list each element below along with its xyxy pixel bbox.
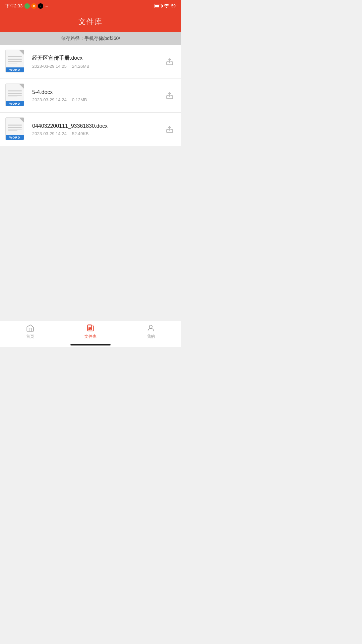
- nav-label-files: 文件库: [84, 334, 97, 339]
- file-name: 经开区宣传手册.docx: [32, 55, 164, 62]
- status-left: 下午2:33 M ♪ ···: [5, 3, 48, 9]
- share-button[interactable]: [164, 56, 176, 68]
- nav-label-home: 首页: [26, 334, 34, 339]
- battery-level: 59: [171, 4, 176, 8]
- nav-item-profile[interactable]: 我的: [121, 321, 181, 342]
- doc-lines: [8, 56, 22, 63]
- list-item[interactable]: WORD 044032200111_93361830.docx 2023-03-…: [0, 113, 181, 146]
- wifi-icon: [164, 3, 169, 9]
- nav-item-home[interactable]: 首页: [0, 321, 60, 342]
- file-icon-wrap: WORD: [5, 84, 27, 108]
- status-right: 59: [155, 3, 176, 9]
- storage-path-text: 储存路径：手机存储/pdf360/: [61, 36, 120, 41]
- word-doc-icon: WORD: [5, 117, 24, 140]
- green-dot-icon: [24, 3, 30, 9]
- battery-icon: [155, 4, 162, 8]
- dots-icon: ···: [45, 4, 48, 8]
- status-time: 下午2:33: [5, 3, 22, 9]
- file-date: 2023-03-29 14:25: [32, 64, 67, 69]
- nav-item-files[interactable]: 文件库: [60, 321, 121, 342]
- doc-lines: [8, 124, 22, 131]
- share-icon: [166, 125, 174, 133]
- file-meta: 2023-03-29 14:25 24.26MB: [32, 64, 164, 69]
- word-doc-icon: WORD: [5, 50, 24, 72]
- bottom-nav: 首页 文件库 我的: [0, 321, 181, 342]
- home-indicator: [0, 342, 181, 347]
- storage-path-bar: 储存路径：手机存储/pdf360/: [0, 32, 181, 45]
- doc-corner: [19, 84, 24, 89]
- file-icon-wrap: WORD: [5, 50, 27, 74]
- share-button[interactable]: [164, 123, 176, 136]
- word-badge: WORD: [6, 135, 24, 140]
- file-list: WORD 经开区宣传手册.docx 2023-03-29 14:25 24.26…: [0, 45, 181, 146]
- share-icon: [166, 92, 174, 100]
- file-date: 2023-03-29 14:24: [32, 97, 67, 102]
- home-indicator-bar: [70, 344, 111, 345]
- app-header: 文件库: [0, 12, 181, 32]
- profile-icon: [146, 324, 155, 332]
- status-app-icons: M ♪ ···: [24, 3, 48, 9]
- doc-lines: [8, 90, 22, 97]
- word-badge: WORD: [6, 101, 24, 106]
- file-name: 044032200111_93361830.docx: [32, 123, 164, 129]
- empty-area: [0, 146, 181, 321]
- tiktok-icon: ♪: [38, 3, 43, 9]
- word-doc-icon: WORD: [5, 84, 24, 106]
- file-icon-wrap: WORD: [5, 117, 27, 142]
- file-info: 经开区宣传手册.docx 2023-03-29 14:25 24.26MB: [32, 55, 164, 69]
- file-info: 044032200111_93361830.docx 2023-03-29 14…: [32, 123, 164, 136]
- file-size: 24.26MB: [72, 64, 89, 69]
- doc-corner: [19, 118, 24, 122]
- file-name: 5-4.docx: [32, 89, 164, 95]
- share-button[interactable]: [164, 90, 176, 102]
- file-info: 5-4.docx 2023-03-29 14:24 0.12MB: [32, 89, 164, 102]
- file-size: 52.49KB: [72, 131, 89, 136]
- svg-point-4: [149, 325, 153, 328]
- list-item[interactable]: WORD 5-4.docx 2023-03-29 14:24 0.12MB: [0, 79, 181, 113]
- file-meta: 2023-03-29 14:24 52.49KB: [32, 131, 164, 136]
- page-title: 文件库: [0, 17, 181, 27]
- file-size: 0.12MB: [72, 97, 87, 102]
- doc-corner: [19, 50, 24, 55]
- nav-label-profile: 我的: [147, 334, 155, 339]
- word-badge: WORD: [6, 67, 24, 72]
- mi-icon: M: [31, 3, 37, 9]
- status-bar: 下午2:33 M ♪ ··· 59: [0, 0, 181, 12]
- files-icon: [86, 324, 95, 332]
- home-icon: [26, 324, 35, 332]
- share-icon: [166, 58, 174, 66]
- file-meta: 2023-03-29 14:24 0.12MB: [32, 97, 164, 102]
- file-date: 2023-03-29 14:24: [32, 131, 67, 136]
- list-item[interactable]: WORD 经开区宣传手册.docx 2023-03-29 14:25 24.26…: [0, 45, 181, 79]
